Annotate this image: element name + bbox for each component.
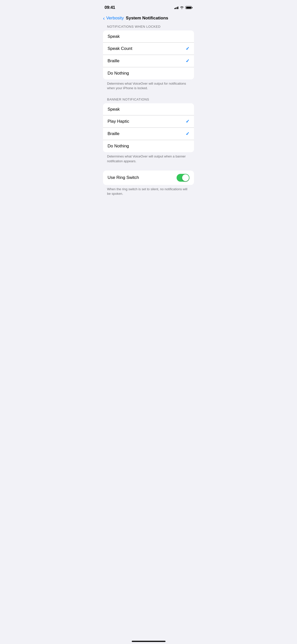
battery-icon — [185, 6, 192, 9]
signal-icon — [174, 6, 179, 9]
item-label-speak: Speak — [108, 34, 120, 39]
list-item[interactable]: Braille ✓ — [103, 128, 194, 140]
banner-notifications-footer: Determines what VoiceOver will output wh… — [99, 152, 198, 168]
list-item[interactable]: Braille ✓ — [103, 55, 194, 67]
list-item[interactable]: Do Nothing — [103, 140, 194, 152]
list-item[interactable]: Do Nothing — [103, 67, 194, 79]
item-label-banner-speak: Speak — [108, 107, 120, 112]
checkmark-braille: ✓ — [186, 58, 189, 64]
status-icons — [174, 6, 193, 9]
checkmark-play-haptic: ✓ — [186, 119, 189, 124]
notifications-when-locked-footer: Determines what VoiceOver will output fo… — [99, 79, 198, 95]
banner-notifications-header: BANNER NOTIFICATIONS — [99, 98, 198, 103]
content: NOTIFICATIONS WHEN LOCKED Speak Speak Co… — [99, 25, 198, 213]
status-time: 09:41 — [105, 5, 115, 10]
back-button[interactable]: ‹ Verbosity — [103, 16, 124, 21]
checkmark-speak-count: ✓ — [186, 46, 189, 51]
item-label-banner-do-nothing: Do Nothing — [108, 144, 129, 149]
nav-bar: ‹ Verbosity System Notifications — [99, 14, 198, 25]
use-ring-switch-toggle[interactable] — [177, 174, 189, 182]
item-label-braille: Braille — [108, 58, 119, 63]
list-item[interactable]: Speak Count ✓ — [103, 43, 194, 55]
notifications-when-locked-section: NOTIFICATIONS WHEN LOCKED Speak Speak Co… — [99, 25, 198, 95]
page-title: System Notifications — [126, 16, 168, 21]
ring-switch-container: Use Ring Switch — [103, 171, 194, 185]
banner-notifications-list: Speak Play Haptic ✓ Braille ✓ Do Nothing — [103, 103, 194, 152]
ring-switch-section: Use Ring Switch When the ring switch is … — [99, 171, 198, 201]
item-label-play-haptic: Play Haptic — [108, 119, 129, 124]
notifications-when-locked-list: Speak Speak Count ✓ Braille ✓ Do Nothing — [103, 30, 194, 79]
wifi-icon — [180, 6, 184, 9]
item-label-speak-count: Speak Count — [108, 46, 132, 51]
list-item[interactable]: Speak — [103, 30, 194, 43]
list-item[interactable]: Speak — [103, 103, 194, 115]
item-label-do-nothing: Do Nothing — [108, 71, 129, 76]
ring-switch-label: Use Ring Switch — [108, 175, 139, 180]
toggle-knob — [182, 174, 189, 181]
back-label: Verbosity — [106, 16, 124, 21]
checkmark-banner-braille: ✓ — [186, 131, 189, 137]
notifications-when-locked-header: NOTIFICATIONS WHEN LOCKED — [99, 25, 198, 30]
ring-switch-footer: When the ring switch is set to silent, n… — [99, 185, 198, 201]
item-label-banner-braille: Braille — [108, 131, 119, 136]
list-item[interactable]: Play Haptic ✓ — [103, 115, 194, 128]
status-bar: 09:41 — [99, 0, 198, 14]
ring-switch-row: Use Ring Switch — [103, 171, 194, 185]
banner-notifications-section: BANNER NOTIFICATIONS Speak Play Haptic ✓… — [99, 98, 198, 168]
back-chevron-icon: ‹ — [103, 16, 105, 21]
